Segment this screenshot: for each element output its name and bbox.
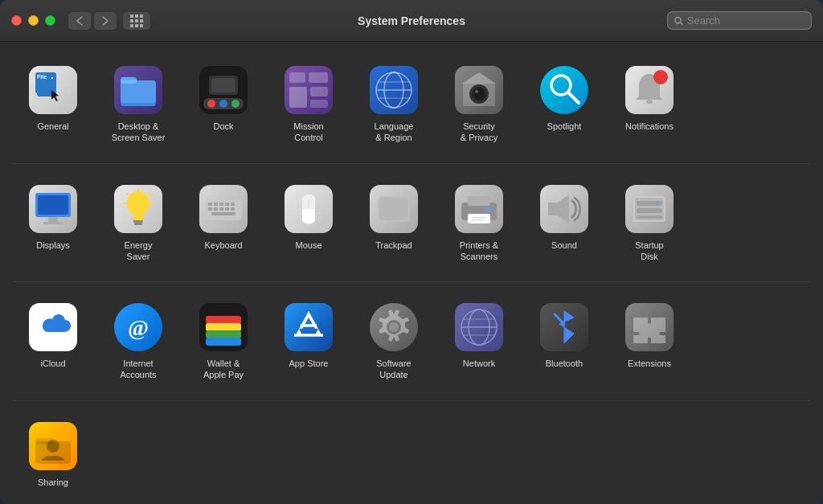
- svg-rect-47: [43, 222, 63, 224]
- app-store-icon-container: [283, 301, 334, 353]
- grid-dots-icon: [130, 14, 143, 27]
- back-button[interactable]: [68, 12, 91, 30]
- grid-view-button[interactable]: [123, 12, 150, 30]
- trackpad-icon-container: [368, 183, 420, 235]
- svg-rect-80: [471, 219, 484, 221]
- personal-icons-grid: File General: [13, 58, 810, 160]
- titlebar: System Preferences: [0, 0, 823, 42]
- svg-rect-73: [379, 198, 408, 220]
- pref-item-bluetooth[interactable]: Bluetooth: [524, 295, 604, 387]
- svg-rect-77: [468, 214, 490, 223]
- svg-rect-94: [206, 323, 241, 331]
- pref-item-energy[interactable]: EnergySaver: [98, 177, 178, 269]
- pref-item-spotlight[interactable]: Spotlight: [524, 58, 604, 150]
- bluetooth-icon: [540, 303, 588, 351]
- maximize-button[interactable]: [45, 15, 55, 26]
- sound-label: Sound: [551, 240, 577, 251]
- svg-rect-62: [231, 203, 235, 206]
- pref-item-language[interactable]: Language& Region: [354, 58, 434, 150]
- svg-rect-50: [134, 223, 142, 225]
- svg-point-0: [675, 17, 681, 23]
- pref-item-internet-accounts[interactable]: @ InternetAccounts: [98, 295, 178, 387]
- svg-point-16: [219, 100, 227, 108]
- svg-rect-97: [285, 303, 333, 351]
- dock-label: Dock: [213, 121, 233, 132]
- pref-item-network[interactable]: Network: [439, 295, 519, 387]
- pref-item-mission-control[interactable]: MissionControl: [268, 58, 349, 150]
- svg-rect-21: [289, 72, 305, 83]
- svg-rect-79: [471, 217, 487, 219]
- svg-rect-24: [310, 87, 328, 96]
- displays-label: Displays: [36, 240, 70, 251]
- desktop-icon-container: [113, 64, 164, 116]
- svg-rect-46: [48, 217, 58, 222]
- pref-item-sound[interactable]: Sound: [524, 177, 604, 269]
- notifications-icon-container: [624, 64, 675, 116]
- svg-rect-66: [225, 207, 229, 211]
- general-icon-container: File: [27, 64, 79, 116]
- energy-icon-container: [113, 183, 164, 235]
- svg-point-88: [656, 202, 659, 205]
- pref-item-sharing[interactable]: Sharing: [13, 414, 93, 494]
- svg-point-17: [231, 100, 240, 108]
- svg-rect-93: [206, 316, 241, 324]
- hardware-icons-grid: Displays: [13, 177, 810, 279]
- network-label: Network: [463, 358, 495, 369]
- pref-item-mouse[interactable]: Mouse: [268, 177, 349, 269]
- minimize-button[interactable]: [28, 15, 39, 26]
- search-box[interactable]: [667, 11, 812, 30]
- search-input[interactable]: [687, 14, 805, 27]
- energy-icon: [114, 185, 162, 233]
- internet-icons-grid: iCloud @: [13, 295, 810, 397]
- svg-rect-19: [211, 78, 235, 92]
- svg-point-102: [389, 322, 399, 332]
- printers-label: Printers &Scanners: [460, 240, 498, 263]
- pref-item-keyboard[interactable]: Keyboard: [183, 177, 264, 269]
- svg-point-36: [475, 90, 478, 93]
- pref-item-startup[interactable]: StartupDisk: [609, 177, 690, 269]
- close-button[interactable]: [11, 15, 22, 26]
- spotlight-icon-container: [538, 64, 590, 116]
- forward-button[interactable]: [94, 12, 117, 30]
- svg-rect-76: [468, 196, 490, 206]
- pref-item-general[interactable]: File General: [13, 58, 93, 150]
- svg-rect-68: [211, 212, 235, 215]
- pref-item-dock[interactable]: Dock: [183, 58, 264, 150]
- pref-item-desktop[interactable]: Desktop &Screen Saver: [98, 58, 178, 150]
- svg-rect-49: [133, 220, 143, 223]
- printers-icon: [455, 185, 503, 233]
- pref-item-displays[interactable]: Displays: [13, 177, 93, 269]
- nav-buttons: [68, 12, 150, 30]
- svg-point-37: [540, 66, 588, 114]
- svg-text:@: @: [128, 315, 149, 340]
- language-label: Language& Region: [375, 121, 414, 144]
- icloud-label: iCloud: [40, 358, 65, 369]
- bluetooth-label: Bluetooth: [546, 358, 583, 369]
- displays-icon: [29, 185, 77, 233]
- security-label: Security& Privacy: [461, 121, 497, 144]
- keyboard-icon-container: [198, 183, 249, 235]
- pref-item-software-update[interactable]: SoftwareUpdate: [354, 295, 434, 387]
- svg-rect-63: [208, 207, 212, 211]
- pref-item-notifications[interactable]: Notifications: [609, 58, 690, 150]
- pref-item-app-store[interactable]: App Store: [268, 295, 349, 387]
- icloud-icon-container: [27, 301, 79, 353]
- svg-rect-87: [637, 215, 662, 219]
- extensions-label: Extensions: [628, 358, 671, 369]
- desktop-label: Desktop &Screen Saver: [112, 121, 166, 144]
- pref-item-icloud[interactable]: iCloud: [13, 295, 93, 387]
- language-icon: [370, 66, 418, 114]
- svg-rect-22: [309, 72, 328, 83]
- pref-item-printers[interactable]: Printers &Scanners: [439, 177, 519, 269]
- energy-label: EnergySaver: [125, 240, 153, 263]
- spotlight-icon: [540, 66, 588, 114]
- svg-rect-86: [637, 208, 662, 213]
- pref-item-security[interactable]: Security& Privacy: [439, 58, 519, 150]
- sharing-icon-container: [27, 420, 79, 472]
- window-title: System Preferences: [358, 14, 465, 27]
- internet-accounts-icon-container: @: [113, 301, 164, 353]
- svg-rect-65: [219, 207, 223, 211]
- pref-item-extensions[interactable]: Extensions: [609, 295, 690, 387]
- pref-item-trackpad[interactable]: Trackpad: [354, 177, 434, 269]
- pref-item-wallet[interactable]: Wallet &Apple Pay: [183, 295, 264, 387]
